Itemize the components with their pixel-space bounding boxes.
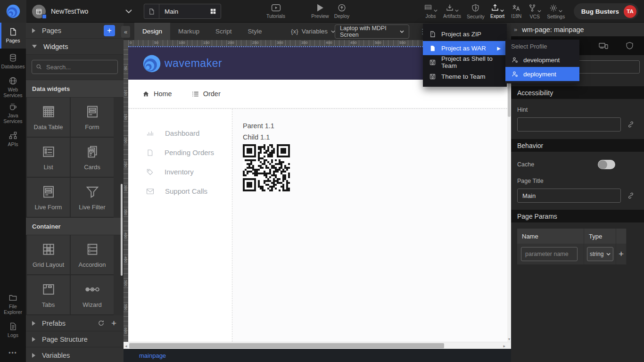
widget-search-input[interactable] (32, 60, 118, 74)
more-icon[interactable]: ••• (0, 343, 26, 362)
widget-tabs[interactable]: Tabs (27, 275, 70, 314)
rail-item-databases[interactable]: Databases (0, 49, 26, 74)
select-profile-submenu: Select Profile development deployment (505, 40, 579, 83)
menu-item-project-as-zip[interactable]: Project as ZIP (423, 27, 507, 41)
toggle-knob (598, 160, 607, 169)
expand-icon[interactable]: » (514, 26, 517, 33)
deploy-button[interactable]: Deploy (330, 0, 353, 23)
settings-button[interactable]: Settings (544, 0, 568, 23)
widget-live-form[interactable]: Live Form (27, 178, 70, 217)
add-page-button[interactable]: + (104, 25, 115, 36)
team-button[interactable]: Bug Busters TA (574, 3, 638, 19)
tab-markup[interactable]: Markup (170, 23, 207, 40)
widget-list[interactable]: List (27, 138, 70, 177)
canvas-horizontal-scrollbar[interactable]: ◂ ▸ (124, 342, 511, 349)
scroll-right-arrow[interactable]: ▸ (503, 344, 505, 348)
menu-item-theme-to-team[interactable]: Theme to Team (423, 69, 507, 83)
rail-item-file-explorer[interactable]: File Explorer (0, 291, 26, 317)
canvas-statusbar: mainpage (124, 349, 511, 362)
tab-design[interactable]: Design (134, 23, 170, 40)
pages-accordion[interactable]: Pages + (26, 23, 124, 39)
cache-label: Cache (517, 161, 534, 168)
breadcrumb-label: Home (154, 90, 172, 98)
vcs-button[interactable]: VCS (525, 0, 544, 23)
left-panel-scrollbar-thumb[interactable] (121, 184, 123, 276)
widget-grid-layout[interactable]: Grid Layout (27, 235, 70, 274)
col-type: Type (584, 229, 616, 244)
submenu-item-deployment[interactable]: deployment (505, 67, 579, 81)
scroll-down-arrow[interactable]: ▼ (507, 337, 511, 341)
i18n-button[interactable]: I18N (507, 0, 525, 23)
vcs-label: VCS (529, 14, 540, 19)
api-nodes-icon (8, 131, 17, 140)
list-icon (41, 144, 56, 159)
cache-toggle[interactable] (598, 160, 615, 169)
file-solid-icon (429, 45, 436, 52)
tutorials-button[interactable]: Tutorials (263, 0, 289, 23)
avatar[interactable]: TA (624, 5, 636, 18)
refresh-icon[interactable] (98, 320, 105, 327)
jobs-button[interactable]: Jobs (421, 0, 440, 23)
rail-item-java-services[interactable]: Java Services (0, 100, 26, 126)
preview-button[interactable]: Preview (308, 0, 332, 23)
page-tab-label: Main (159, 8, 210, 15)
breadcrumb-order[interactable]: Order (192, 90, 221, 98)
pages-grid-icon[interactable] (210, 8, 221, 15)
rail-item-web-services[interactable]: Web Services (0, 74, 26, 100)
widget-form[interactable]: Form (71, 98, 114, 137)
widget-live-filter[interactable]: Live Filter (71, 178, 114, 217)
canvas-vertical-scrollbar[interactable]: ▼ (507, 40, 511, 342)
widget-cards[interactable]: Cards (71, 138, 114, 177)
i18n-label: I18N (511, 13, 521, 19)
scrollbar-thumb[interactable] (129, 343, 444, 348)
page-structure-accordion[interactable]: Page Structure (26, 331, 124, 347)
chevron-down-icon (559, 10, 562, 12)
submenu-item-development[interactable]: development (505, 53, 579, 67)
widgets-accordion[interactable]: Widgets (26, 39, 124, 55)
page-title-label: Page Title (517, 178, 644, 184)
nav-item-dashboard[interactable]: Dashboard (128, 123, 232, 143)
widget-wizard[interactable]: Wizard (71, 275, 114, 314)
database-icon (8, 53, 17, 62)
breadcrumb-home[interactable]: Home (142, 90, 172, 98)
param-name-input[interactable] (521, 247, 578, 261)
hint-input[interactable] (517, 117, 621, 132)
active-page-link[interactable]: mainpage (139, 352, 166, 359)
variables-accordion[interactable]: Variables (26, 347, 124, 362)
devices-icon[interactable] (598, 41, 609, 50)
project-switcher[interactable]: NewTestTwo (32, 0, 132, 23)
widget-data-table[interactable]: Data Table (27, 98, 70, 137)
shield-icon[interactable] (626, 41, 634, 50)
bind-link-icon[interactable] (627, 121, 635, 128)
bind-link-icon[interactable] (627, 192, 635, 199)
rail-item-logs[interactable]: Logs (0, 317, 26, 343)
wavemaker-logo[interactable] (0, 0, 26, 23)
page-title-input[interactable] (517, 189, 621, 203)
menu-item-project-as-war[interactable]: Project as WAR ▶ (423, 41, 507, 55)
nav-item-inventory[interactable]: Inventory (128, 162, 232, 181)
nav-item-support-calls[interactable]: Support Calls (128, 181, 232, 201)
chevron-down-icon[interactable] (125, 9, 132, 13)
tab-style[interactable]: Style (240, 23, 270, 40)
nav-item-pending-orders[interactable]: Pending Orders (128, 143, 232, 162)
add-prefab-icon[interactable]: + (111, 318, 116, 329)
rail-item-apis[interactable]: APIs (0, 126, 26, 152)
collapse-panel-button[interactable]: « (121, 26, 130, 38)
add-param-button[interactable]: + (616, 244, 627, 264)
param-type-select[interactable]: string (587, 247, 613, 261)
prefabs-accordion[interactable]: Prefabs + (26, 315, 124, 331)
tab-script[interactable]: Script (207, 23, 240, 40)
export-button[interactable]: Export (487, 0, 507, 23)
widget-accordion[interactable]: Accordion (71, 235, 114, 274)
menu-item-project-as-shell[interactable]: Project as Shell to Team (423, 55, 507, 69)
chevron-right-icon (32, 337, 35, 342)
open-page-tab[interactable]: Main (144, 4, 221, 19)
device-selector[interactable]: Laptop with MDPI Screen (335, 25, 409, 39)
scroll-left-arrow[interactable]: ◂ (125, 344, 127, 348)
data-table-icon (41, 104, 56, 119)
widget-label: Live Form (35, 204, 62, 211)
artifacts-button[interactable]: Artifacts (440, 0, 464, 23)
variables-dropdown[interactable]: {x} Variables (291, 28, 335, 35)
rail-item-pages[interactable]: Pages (0, 23, 26, 49)
security-button[interactable]: Security (464, 0, 487, 23)
